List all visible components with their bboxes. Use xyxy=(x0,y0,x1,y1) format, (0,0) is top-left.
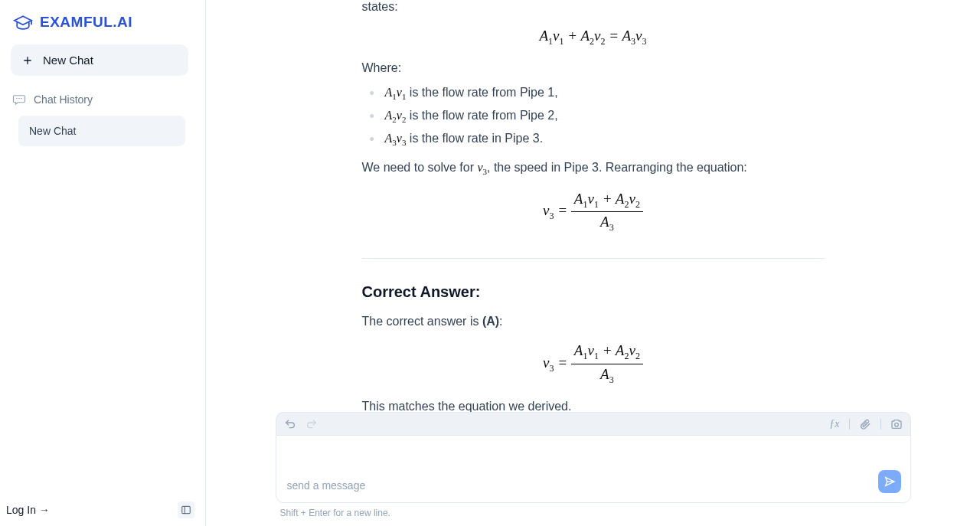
message-input-box xyxy=(276,435,911,503)
undo-icon[interactable] xyxy=(284,418,296,430)
chat-history-label: Chat History xyxy=(34,93,93,106)
bullet-list: A1v1 is the flow rate from Pipe 1, A2v2 … xyxy=(370,86,825,148)
chat-history-list: New Chat xyxy=(11,116,194,146)
svg-rect-0 xyxy=(182,506,191,513)
chat-history-item[interactable]: New Chat xyxy=(18,116,185,146)
equation-continuity: A1v1 + A2v2 = A3v3 xyxy=(362,28,825,47)
input-hint: Shift + Enter for a new line. xyxy=(276,508,911,518)
redo-icon[interactable] xyxy=(305,418,318,430)
logo-text: EXAMFUL.AI xyxy=(40,14,132,31)
divider xyxy=(362,258,825,259)
equation-v3: v3 = A1v1 + A2v2 A3 xyxy=(362,191,825,234)
collapse-sidebar-button[interactable] xyxy=(178,501,194,518)
input-toolbar: ƒx xyxy=(276,412,911,435)
list-item: A1v1 is the flow rate from Pipe 1, xyxy=(370,86,825,101)
math-fx-icon[interactable]: ƒx xyxy=(829,418,839,430)
svg-point-1 xyxy=(894,423,898,426)
plus-icon xyxy=(21,54,34,67)
new-chat-button[interactable]: New Chat xyxy=(11,44,188,76)
list-item: A3v3 is the flow rate in Pipe 3. xyxy=(370,132,825,147)
toolbar-separator xyxy=(880,419,881,430)
send-icon xyxy=(884,475,896,488)
list-item: A2v2 is the flow rate from Pipe 2, xyxy=(370,109,825,124)
new-chat-label: New Chat xyxy=(43,54,93,67)
sidebar: EXAMFUL.AI New Chat Chat History New Cha… xyxy=(0,0,206,526)
correct-answer-heading: Correct Answer: xyxy=(362,283,825,301)
text-states: states: xyxy=(362,0,825,14)
equation-answer: v3 = A1v1 + A2v2 A3 xyxy=(362,342,825,386)
logo: EXAMFUL.AI xyxy=(11,11,194,44)
graduation-cap-icon xyxy=(12,15,34,30)
message-input-bar: ƒx Shift + Enter for a new line. xyxy=(276,412,911,518)
text-answer: The correct answer is (A): xyxy=(362,315,825,328)
message-input[interactable] xyxy=(287,479,883,492)
panel-left-icon xyxy=(181,505,191,515)
login-button[interactable]: Log In → xyxy=(6,504,50,516)
attachment-icon[interactable] xyxy=(859,418,871,430)
sidebar-footer: Log In → xyxy=(6,501,194,518)
send-button[interactable] xyxy=(878,470,901,493)
toolbar-separator xyxy=(849,419,850,430)
main-area: states: A1v1 + A2v2 = A3v3 Where: A1v1 i… xyxy=(206,0,980,526)
chat-history-header: Chat History xyxy=(11,90,194,116)
text-where: Where: xyxy=(362,61,825,75)
text-solve: We need to solve for v3, the speed in Pi… xyxy=(362,161,825,176)
camera-icon[interactable] xyxy=(890,418,903,430)
chat-bubble-icon xyxy=(12,93,26,106)
